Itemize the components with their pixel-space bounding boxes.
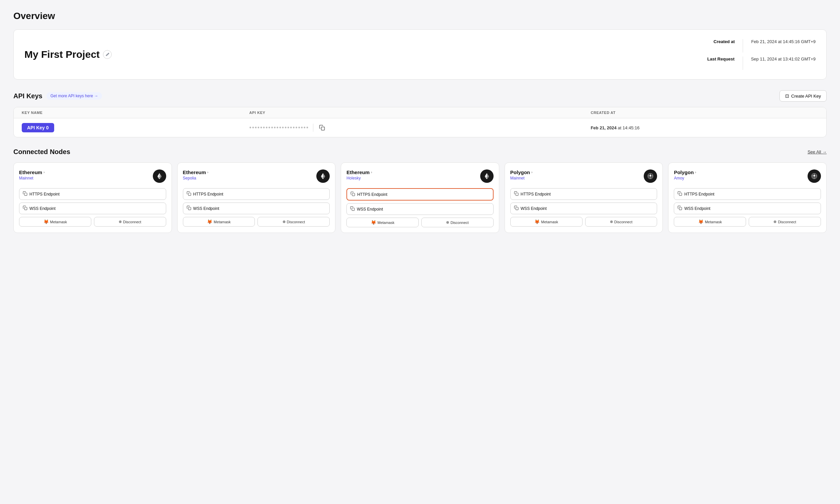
metamask-icon-4: 🦊 [698, 219, 703, 224]
https-label-1: HTTPS Endpoint [193, 192, 223, 197]
node-chevron-4: › [695, 170, 696, 174]
metamask-btn-0[interactable]: 🦊 Metamask [19, 217, 91, 227]
wss-endpoint-btn-4[interactable]: WSS Endpoint [674, 202, 821, 214]
wss-copy-icon-0 [23, 205, 28, 211]
https-endpoint-btn-1[interactable]: HTTPS Endpoint [183, 188, 330, 200]
node-card-2: Ethereum › Holesky [341, 162, 499, 233]
get-more-api-keys-button[interactable]: Get more API keys here → [47, 92, 102, 100]
col-api-key: API KEY [249, 111, 591, 115]
svg-rect-30 [680, 207, 682, 210]
api-keys-title: API Keys [13, 92, 42, 100]
metamask-icon-3: 🦊 [535, 219, 540, 224]
svg-rect-24 [352, 208, 354, 211]
created-at-value: Feb 21, 2024 at 14:45:16 GMT+9 [751, 39, 816, 44]
node-network-3: Mainnet [510, 176, 533, 180]
disconnect-label-0: Disconnect [123, 220, 141, 224]
metamask-btn-3[interactable]: 🦊 Metamask [510, 217, 582, 227]
last-request-row: Last Request Sep 11, 2024 at 13:41:02 GM… [701, 56, 816, 70]
disconnect-btn-4[interactable]: ⊗ Disconnect [749, 217, 821, 227]
svg-point-28 [813, 175, 815, 177]
svg-rect-15 [188, 193, 191, 196]
wss-copy-icon-3 [514, 205, 519, 211]
disconnect-label-1: Disconnect [287, 220, 305, 224]
wss-endpoint-btn-0[interactable]: WSS Endpoint [19, 202, 166, 214]
copy-api-key-icon[interactable] [317, 123, 327, 132]
svg-rect-8 [24, 207, 27, 210]
see-all-link[interactable]: See All → [808, 149, 827, 155]
node-name-0: Ethereum › [19, 169, 45, 175]
node-network-2: Holesky [347, 176, 372, 180]
api-created-bold: Feb 21, 2024 [591, 125, 616, 130]
api-keys-table: KEY NAME API KEY CREATED AT API Key 0 ••… [13, 107, 827, 137]
col-created-at: CREATED AT [591, 111, 818, 115]
wss-copy-icon-2 [350, 206, 355, 212]
disconnect-label-4: Disconnect [778, 220, 796, 224]
node-actions-0: 🦊 Metamask ⊗ Disconnect [19, 217, 166, 227]
nodes-grid: Ethereum › Mainnet [13, 162, 827, 233]
api-created-rest: at 14:45:16 [617, 125, 640, 130]
endpoint-copy-icon-0 [23, 191, 28, 197]
wss-copy-icon-4 [678, 205, 682, 211]
api-table-header: KEY NAME API KEY CREATED AT [14, 107, 826, 118]
endpoint-copy-icon-3 [514, 191, 519, 197]
svg-rect-16 [188, 207, 191, 210]
https-endpoint-btn-4[interactable]: HTTPS Endpoint [674, 188, 821, 200]
svg-rect-0 [321, 127, 325, 130]
node-logo-0 [153, 169, 166, 183]
wss-label-0: WSS Endpoint [30, 206, 55, 211]
node-name-3: Polygon › [510, 169, 533, 175]
wss-label-4: WSS Endpoint [684, 206, 710, 211]
disconnect-btn-3[interactable]: ⊗ Disconnect [585, 217, 658, 227]
svg-rect-7 [24, 193, 27, 196]
metamask-btn-2[interactable]: 🦊 Metamask [347, 218, 419, 227]
disconnect-icon-0: ⊗ [119, 220, 122, 224]
https-label-4: HTTPS Endpoint [684, 192, 714, 197]
svg-rect-26 [515, 193, 518, 196]
metamask-icon-0: 🦊 [43, 219, 49, 224]
metamask-label-0: Metamask [50, 220, 67, 224]
node-card-top-2: Ethereum › Holesky [347, 169, 493, 183]
https-endpoint-btn-3[interactable]: HTTPS Endpoint [510, 188, 658, 200]
svg-rect-23 [352, 193, 355, 196]
metamask-btn-4[interactable]: 🦊 Metamask [674, 217, 746, 227]
disconnect-icon-1: ⊗ [283, 220, 285, 224]
wss-endpoint-btn-2[interactable]: WSS Endpoint [347, 203, 493, 215]
node-chevron-1: › [207, 170, 208, 174]
metamask-btn-1[interactable]: 🦊 Metamask [183, 217, 255, 227]
wss-label-2: WSS Endpoint [357, 207, 383, 212]
wss-label-1: WSS Endpoint [193, 206, 220, 211]
disconnect-btn-2[interactable]: ⊗ Disconnect [421, 218, 493, 227]
metamask-icon-1: 🦊 [207, 219, 212, 224]
https-endpoint-btn-2[interactable]: HTTPS Endpoint [347, 188, 493, 200]
https-endpoint-btn-0[interactable]: HTTPS Endpoint [19, 188, 166, 200]
api-key-divider [313, 124, 313, 132]
node-card-4: Polygon › Amoy HTTPS Endpoint [668, 162, 827, 233]
wss-endpoint-btn-3[interactable]: WSS Endpoint [510, 202, 658, 214]
api-key-masked: •••••••••••••••••••••• [249, 124, 309, 131]
node-name-group-3: Polygon › Mainnet [510, 169, 533, 180]
node-network-1: Sepolia [183, 176, 209, 180]
metamask-label-4: Metamask [705, 220, 722, 224]
node-card-1: Ethereum › Sepolia [177, 162, 336, 233]
svg-point-25 [650, 175, 652, 177]
nodes-section-title: Connected Nodes [13, 148, 70, 156]
api-keys-header: API Keys Get more API keys here → ⊡ Crea… [13, 90, 827, 102]
node-card-top-4: Polygon › Amoy [674, 169, 821, 183]
https-label-3: HTTPS Endpoint [521, 192, 551, 197]
metamask-label-3: Metamask [541, 220, 558, 224]
wss-endpoint-btn-1[interactable]: WSS Endpoint [183, 202, 330, 214]
node-card-0: Ethereum › Mainnet [13, 162, 172, 233]
disconnect-label-3: Disconnect [614, 220, 632, 224]
metamask-label-1: Metamask [214, 220, 231, 224]
endpoint-copy-icon-4 [678, 191, 682, 197]
last-request-label: Last Request [701, 56, 735, 61]
node-network-4: Amoy [674, 176, 696, 180]
metamask-icon-2: 🦊 [371, 220, 376, 225]
create-api-key-button[interactable]: ⊡ Create API Key [780, 90, 827, 102]
disconnect-btn-0[interactable]: ⊗ Disconnect [94, 217, 166, 227]
api-key-name-cell: API Key 0 [22, 123, 249, 132]
disconnect-btn-1[interactable]: ⊗ Disconnect [258, 217, 330, 227]
endpoint-copy-icon-2 [350, 192, 355, 197]
table-row: API Key 0 •••••••••••••••••••••• Feb 21,… [14, 118, 826, 137]
edit-project-icon[interactable] [103, 50, 112, 59]
